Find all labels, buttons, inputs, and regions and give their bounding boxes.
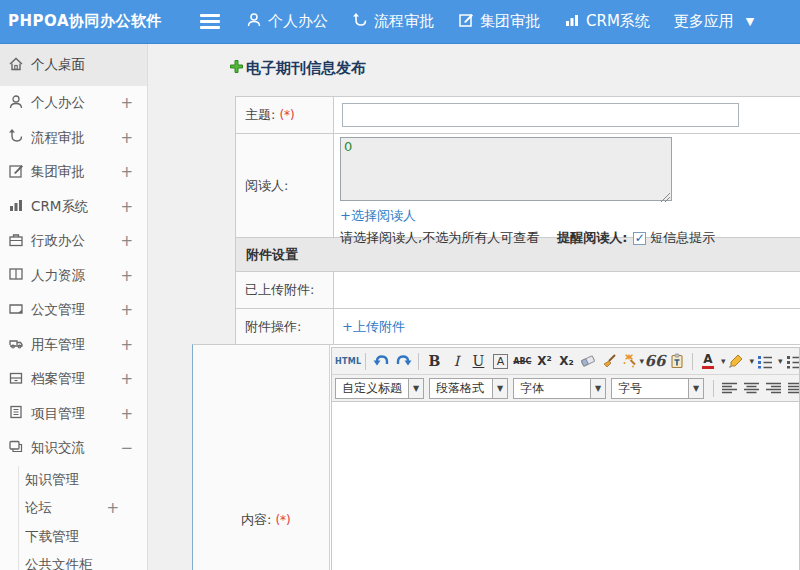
home-icon (8, 56, 31, 75)
archive-icon (8, 370, 31, 389)
align-right-icon[interactable] (762, 377, 784, 399)
align-left-icon[interactable] (718, 377, 740, 399)
sidebar-item-label: 行政办公 (31, 232, 85, 250)
expand-plus-icon[interactable]: + (120, 198, 133, 216)
expand-plus-icon[interactable]: + (120, 163, 133, 181)
sidebar-item-forum[interactable]: 论坛 + (19, 494, 147, 523)
subject-input[interactable] (342, 103, 739, 127)
redo-button[interactable] (392, 350, 414, 372)
editor-content-area[interactable] (332, 402, 799, 570)
expand-plus-icon[interactable]: + (106, 499, 119, 517)
required-mark: (*) (279, 108, 294, 122)
blockquote-button[interactable]: 66 (644, 350, 666, 372)
nav-crm-system[interactable]: CRM系统 (564, 12, 650, 32)
expand-plus-icon[interactable]: + (120, 405, 133, 423)
sidebar-item-admin-office[interactable]: 行政办公 + (0, 224, 147, 259)
readers-hint: 请选择阅读人,不选为所有人可查看 (340, 229, 539, 247)
document-icon (8, 301, 31, 320)
sidebar-subitem-label: 下载管理 (25, 528, 79, 546)
content-label: 内容: (*) (193, 345, 330, 570)
upload-attachment-link[interactable]: +上传附件 (342, 318, 405, 336)
unordered-list-icon[interactable] (783, 350, 799, 372)
rich-text-editor: HTML B I U A ABC X² X₂ ▾ (331, 347, 800, 570)
chat-icon (8, 439, 31, 458)
paragraph-format-dropdown[interactable]: 段落格式 ▼ (429, 378, 508, 399)
undo-button[interactable] (370, 350, 392, 372)
sidebar-item-label: 人力资源 (31, 267, 85, 285)
sidebar-item-public-cabinet[interactable]: 公共文件柜 (19, 551, 147, 570)
font-size-dropdown[interactable]: 字号 ▼ (611, 378, 704, 399)
superscript-button[interactable]: X² (533, 350, 555, 372)
sidebar-item-doc-mgmt[interactable]: 公文管理 + (0, 293, 147, 328)
sidebar-subgroup-knowledge: 知识管理 论坛 + 下载管理 公共文件柜 (18, 466, 147, 570)
sidebar-item-hr[interactable]: 人力资源 + (0, 259, 147, 294)
select-readers-link[interactable]: +选择阅读人 (340, 207, 416, 225)
sidebar-item-label: CRM系统 (31, 198, 88, 216)
sidebar-item-workflow-approval[interactable]: 流程审批 + (0, 121, 147, 156)
readers-row: 阅读人: 0 +选择阅读人 请选择阅读人,不选为所有人可查看 提醒阅读人: ✓ … (236, 134, 800, 238)
sidebar-item-label: 集团审批 (31, 163, 85, 181)
nav-group-approval[interactable]: 集团审批 (458, 12, 540, 32)
expand-plus-icon[interactable]: + (120, 129, 133, 147)
nav-personal-office[interactable]: 个人办公 (246, 12, 328, 32)
align-justify-icon[interactable] (784, 377, 799, 399)
chevron-down-icon[interactable]: ▾ (778, 356, 783, 366)
sidebar-item-archive-mgmt[interactable]: 档案管理 + (0, 362, 147, 397)
font-color-button[interactable]: A (697, 350, 719, 372)
subscript-button[interactable]: X₂ (555, 350, 577, 372)
editor-toolbar-row2: 自定义标题 ▼ 段落格式 ▼ 字体 ▼ 字号 ▼ (332, 375, 799, 402)
sidebar-item-vehicle-mgmt[interactable]: 用车管理 + (0, 328, 147, 363)
uploaded-attachments-value (334, 272, 800, 308)
publish-form: 主题: (*) 阅读人: 0 +选择阅读人 请选择阅读人,不选为所有人可查看 提… (235, 96, 800, 345)
bar-chart-icon (564, 12, 586, 32)
paste-text-icon[interactable] (666, 350, 688, 372)
collapse-minus-icon[interactable]: − (120, 439, 133, 457)
sidebar-item-group-approval[interactable]: 集团审批 + (0, 155, 147, 190)
highlight-color-icon[interactable] (725, 350, 747, 372)
sidebar-item-download-mgmt[interactable]: 下载管理 (19, 523, 147, 552)
nav-workflow-approval[interactable]: 流程审批 (352, 12, 434, 32)
format-brush-icon[interactable] (599, 350, 621, 372)
sidebar-item-knowledge[interactable]: 知识交流 − (0, 431, 147, 466)
font-family-dropdown[interactable]: 字体 ▼ (513, 378, 606, 399)
underline-button[interactable]: U (467, 350, 489, 372)
top-nav: 个人办公 流程审批 集团审批 CRM系统 更多应用 ▼ (246, 12, 778, 32)
eraser-icon[interactable] (577, 350, 599, 372)
sidebar-item-desktop[interactable]: 个人桌面 (0, 44, 147, 86)
nav-label: 个人办公 (268, 12, 328, 31)
custom-heading-dropdown[interactable]: 自定义标题 ▼ (335, 378, 424, 399)
car-icon (8, 335, 31, 354)
align-center-icon[interactable] (740, 377, 762, 399)
nav-more-apps[interactable]: 更多应用 ▼ (674, 12, 754, 31)
menu-icon[interactable] (200, 14, 220, 29)
nav-label: CRM系统 (586, 12, 650, 31)
html-source-button[interactable]: HTML (335, 350, 361, 372)
strikethrough-button[interactable]: ABC (511, 350, 533, 372)
expand-plus-icon[interactable]: + (120, 336, 133, 354)
uploaded-attachments-row: 已上传附件: (236, 272, 800, 309)
bold-button[interactable]: B (423, 350, 445, 372)
sidebar-item-crm[interactable]: CRM系统 + (0, 190, 147, 225)
chevron-down-icon: ▼ (746, 15, 754, 28)
notebook-icon (8, 404, 31, 423)
readers-label: 阅读人: (236, 134, 334, 237)
magic-wand-icon[interactable]: ▾ (621, 350, 644, 372)
font-size-button[interactable]: A (489, 350, 511, 372)
expand-plus-icon[interactable]: + (120, 94, 133, 112)
ordered-list-icon[interactable] (754, 350, 776, 372)
expand-plus-icon[interactable]: + (120, 370, 133, 388)
sidebar-item-knowledge-mgmt[interactable]: 知识管理 (19, 466, 147, 495)
remind-readers-label: 提醒阅读人: (557, 229, 627, 247)
uploaded-attachments-label: 已上传附件: (236, 272, 334, 308)
expand-plus-icon[interactable]: + (120, 232, 133, 250)
readers-textarea[interactable]: 0 (340, 137, 672, 201)
italic-button[interactable]: I (445, 350, 467, 372)
expand-plus-icon[interactable]: + (120, 267, 133, 285)
nav-label: 更多应用 (674, 12, 734, 31)
sidebar-item-personal-office[interactable]: 个人办公 + (0, 86, 147, 121)
edit-square-icon (458, 12, 480, 32)
sidebar-subitem-label: 论坛 (25, 499, 52, 517)
sms-checkbox[interactable]: ✓ (633, 232, 646, 245)
sidebar-item-project-mgmt[interactable]: 项目管理 + (0, 397, 147, 432)
expand-plus-icon[interactable]: + (120, 301, 133, 319)
